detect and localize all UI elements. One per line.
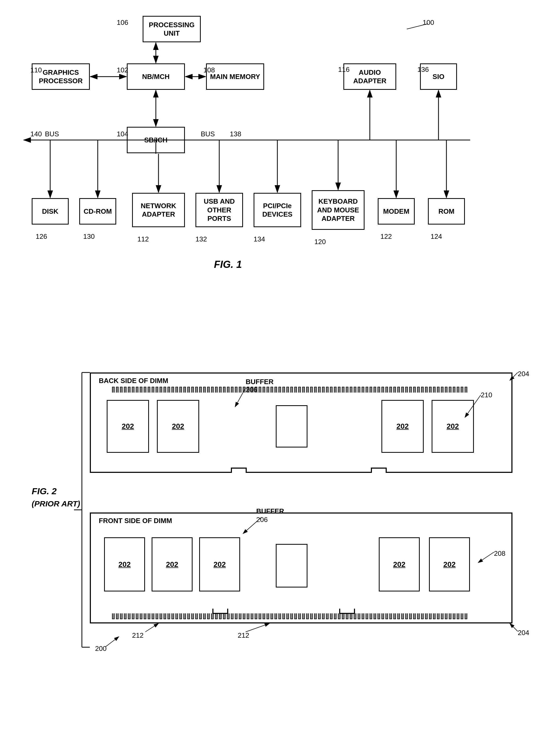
ref-126: 126 xyxy=(36,232,47,241)
buffer-label-back: BUFFER xyxy=(246,378,273,386)
keyboard-adapter-box: KEYBOARD AND MOUSE ADAPTER xyxy=(312,190,364,230)
usb-ports-box: USB AND OTHER PORTS xyxy=(196,193,243,227)
ref-200: 200 xyxy=(95,644,107,653)
processing-unit-box: PROCESSING UNIT xyxy=(143,16,201,42)
ref-204-top: 204 xyxy=(518,370,529,378)
dram-chip-b4: 202 xyxy=(432,400,474,453)
bus2-text: BUS xyxy=(201,130,215,138)
svg-line-34 xyxy=(106,637,119,647)
top-teeth xyxy=(112,387,490,393)
sb-ich-box: SB/ICH xyxy=(127,127,185,153)
dram-chip-f2: 202 xyxy=(152,537,193,592)
bus2-label: 138 xyxy=(230,130,241,138)
dram-chip-b3: 202 xyxy=(381,400,424,453)
rom-box: ROM xyxy=(428,198,465,225)
network-adapter-box: NETWORK ADAPTER xyxy=(132,193,185,227)
ref-112: 112 xyxy=(137,235,149,243)
bus1-label: 140 xyxy=(30,130,42,138)
ref-120: 120 xyxy=(314,238,326,246)
ref-210: 210 xyxy=(481,391,492,399)
svg-line-32 xyxy=(246,624,269,632)
fig1-arrows xyxy=(16,8,544,341)
fig2-caption: FIG. 2 xyxy=(32,486,57,496)
buffer-chip-front xyxy=(276,544,307,587)
bottom-teeth xyxy=(112,613,490,619)
svg-line-31 xyxy=(145,624,158,632)
dram-chip-f1: 202 xyxy=(104,537,145,592)
ref-108: 108 xyxy=(203,66,215,74)
dram-chip-b1: 202 xyxy=(107,400,149,453)
ref-134: 134 xyxy=(254,235,265,243)
fig1-diagram: PROCESSING UNIT NB/MCH SB/ICH MAIN MEMOR… xyxy=(16,8,544,341)
ref-106: 106 xyxy=(117,19,128,27)
ref-204-bottom: 204 xyxy=(518,629,529,637)
cd-rom-box: CD-ROM xyxy=(79,198,116,225)
ref-110: 110 xyxy=(30,66,42,74)
nb-mch-box: NB/MCH xyxy=(127,63,185,90)
notch-back-right xyxy=(371,467,387,473)
ref-100: 100 xyxy=(423,19,434,27)
pci-devices-box: PCI/PCIe DEVICES xyxy=(254,193,301,227)
back-dimm-board: BACK SIDE OF DIMM 202 202 202 202 xyxy=(90,372,512,473)
fig2-bracket xyxy=(69,370,95,650)
dram-chip-f5: 202 xyxy=(429,537,470,592)
dram-chip-f3: 202 xyxy=(199,537,240,592)
fig2-diagram: FIG. 2 (PRIOR ART) BACK SIDE OF DIMM 202… xyxy=(16,365,544,740)
ref-212-right: 212 xyxy=(238,631,249,639)
buffer-chip-back xyxy=(276,405,307,448)
ref-104: 104 xyxy=(117,130,128,138)
svg-line-33 xyxy=(510,624,518,631)
notch-front-right xyxy=(339,609,355,614)
dram-chip-f4: 202 xyxy=(379,537,420,592)
back-side-label: BACK SIDE OF DIMM xyxy=(99,377,168,385)
front-dimm-board: FRONT SIDE OF DIMM 202 202 202 202 202 xyxy=(90,513,512,624)
audio-adapter-box: AUDIO ADAPTER xyxy=(344,63,396,90)
ref-208: 208 xyxy=(494,549,505,558)
buffer-label-front: BUFFER xyxy=(256,507,284,515)
dram-chip-b2: 202 xyxy=(157,400,199,453)
ref-124: 124 xyxy=(431,232,442,241)
ref-116: 116 xyxy=(338,65,350,74)
modem-box: MODEM xyxy=(378,198,415,225)
ref-212-left: 212 xyxy=(132,631,143,639)
front-side-label: FRONT SIDE OF DIMM xyxy=(99,517,172,525)
buffer-ref-back: 206 xyxy=(246,386,257,394)
ref-132: 132 xyxy=(196,235,207,243)
fig1-caption: FIG. 1 xyxy=(214,259,242,270)
ref-102: 102 xyxy=(117,66,128,74)
buffer-ref-front: 206 xyxy=(256,516,268,524)
ref-122: 122 xyxy=(380,232,392,241)
disk-box: DISK xyxy=(32,198,69,225)
notch-front-left xyxy=(212,609,228,614)
notch-back-left xyxy=(231,467,247,473)
bus1-text: BUS xyxy=(45,130,59,138)
ref-136: 136 xyxy=(417,65,429,74)
ref-130: 130 xyxy=(83,232,94,241)
